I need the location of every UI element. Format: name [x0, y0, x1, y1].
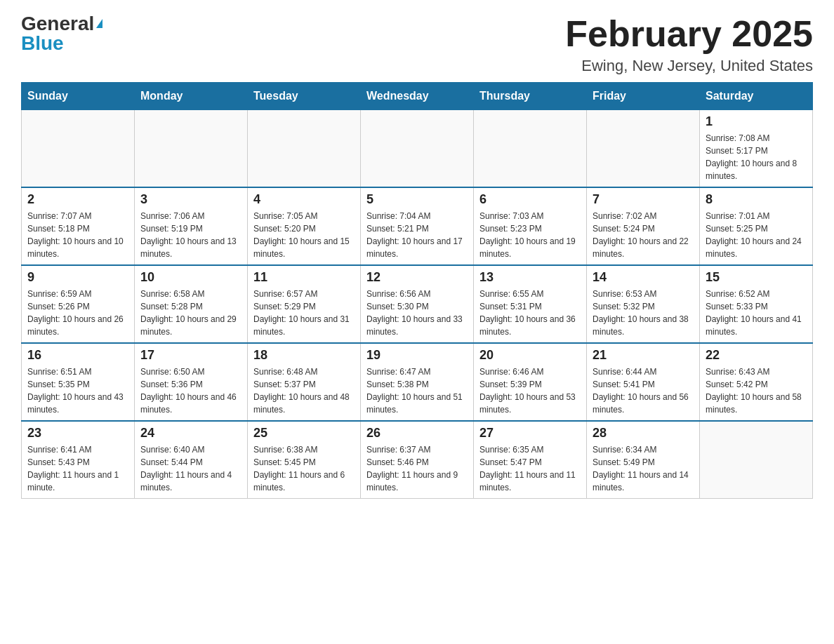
calendar-day-cell: [135, 110, 248, 188]
day-number: 11: [253, 270, 355, 285]
day-number: 4: [253, 192, 355, 207]
calendar-day-cell: 3Sunrise: 7:06 AM Sunset: 5:19 PM Daylig…: [135, 187, 248, 265]
calendar-day-header: Saturday: [700, 83, 813, 110]
calendar-day-cell: 2Sunrise: 7:07 AM Sunset: 5:18 PM Daylig…: [22, 187, 135, 265]
day-number: 27: [479, 426, 581, 441]
day-info: Sunrise: 6:51 AM Sunset: 5:35 PM Dayligh…: [27, 365, 128, 416]
day-info: Sunrise: 6:41 AM Sunset: 5:43 PM Dayligh…: [27, 443, 128, 494]
calendar-week-row: 9Sunrise: 6:59 AM Sunset: 5:26 PM Daylig…: [22, 265, 813, 343]
calendar-day-cell: [700, 421, 813, 499]
day-number: 13: [479, 270, 581, 285]
day-number: 7: [593, 192, 694, 207]
day-info: Sunrise: 7:02 AM Sunset: 5:24 PM Dayligh…: [593, 210, 694, 260]
day-info: Sunrise: 6:43 AM Sunset: 5:42 PM Dayligh…: [706, 365, 807, 416]
day-number: 26: [366, 426, 468, 441]
day-number: 19: [366, 348, 468, 363]
day-info: Sunrise: 6:55 AM Sunset: 5:31 PM Dayligh…: [479, 288, 581, 338]
calendar-day-cell: 19Sunrise: 6:47 AM Sunset: 5:38 PM Dayli…: [361, 343, 474, 421]
day-info: Sunrise: 7:07 AM Sunset: 5:18 PM Dayligh…: [27, 210, 128, 260]
logo: General Blue: [21, 14, 102, 53]
calendar-week-row: 1Sunrise: 7:08 AM Sunset: 5:17 PM Daylig…: [22, 110, 813, 188]
day-info: Sunrise: 6:34 AM Sunset: 5:49 PM Dayligh…: [593, 443, 694, 494]
calendar-day-cell: 20Sunrise: 6:46 AM Sunset: 5:39 PM Dayli…: [474, 343, 587, 421]
calendar-day-header: Tuesday: [248, 83, 361, 110]
location-subtitle: Ewing, New Jersey, United States: [565, 57, 813, 75]
calendar-week-row: 16Sunrise: 6:51 AM Sunset: 5:35 PM Dayli…: [22, 343, 813, 421]
page-header: General Blue February 2025 Ewing, New Je…: [21, 14, 813, 75]
day-number: 17: [140, 348, 241, 363]
logo-general-text: General: [21, 14, 94, 34]
calendar-day-cell: 26Sunrise: 6:37 AM Sunset: 5:46 PM Dayli…: [361, 421, 474, 499]
day-info: Sunrise: 6:37 AM Sunset: 5:46 PM Dayligh…: [366, 443, 468, 494]
calendar-week-row: 2Sunrise: 7:07 AM Sunset: 5:18 PM Daylig…: [22, 187, 813, 265]
day-info: Sunrise: 6:50 AM Sunset: 5:36 PM Dayligh…: [140, 365, 241, 416]
day-number: 8: [706, 192, 807, 207]
day-number: 18: [253, 348, 355, 363]
calendar-day-cell: 14Sunrise: 6:53 AM Sunset: 5:32 PM Dayli…: [587, 265, 700, 343]
calendar-day-cell: 22Sunrise: 6:43 AM Sunset: 5:42 PM Dayli…: [700, 343, 813, 421]
calendar-table: SundayMondayTuesdayWednesdayThursdayFrid…: [21, 82, 813, 499]
day-number: 12: [366, 270, 468, 285]
day-number: 14: [593, 270, 694, 285]
day-info: Sunrise: 7:06 AM Sunset: 5:19 PM Dayligh…: [140, 210, 241, 260]
calendar-day-cell: 4Sunrise: 7:05 AM Sunset: 5:20 PM Daylig…: [248, 187, 361, 265]
day-number: 21: [593, 348, 694, 363]
day-info: Sunrise: 7:01 AM Sunset: 5:25 PM Dayligh…: [706, 210, 807, 260]
day-info: Sunrise: 7:04 AM Sunset: 5:21 PM Dayligh…: [366, 210, 468, 260]
calendar-day-header: Monday: [135, 83, 248, 110]
calendar-day-cell: 15Sunrise: 6:52 AM Sunset: 5:33 PM Dayli…: [700, 265, 813, 343]
day-info: Sunrise: 6:48 AM Sunset: 5:37 PM Dayligh…: [253, 365, 355, 416]
day-number: 15: [706, 270, 807, 285]
calendar-day-cell: 10Sunrise: 6:58 AM Sunset: 5:28 PM Dayli…: [135, 265, 248, 343]
day-info: Sunrise: 6:57 AM Sunset: 5:29 PM Dayligh…: [253, 288, 355, 338]
day-info: Sunrise: 6:56 AM Sunset: 5:30 PM Dayligh…: [366, 288, 468, 338]
day-number: 16: [27, 348, 128, 363]
calendar-day-cell: 12Sunrise: 6:56 AM Sunset: 5:30 PM Dayli…: [361, 265, 474, 343]
calendar-day-cell: 25Sunrise: 6:38 AM Sunset: 5:45 PM Dayli…: [248, 421, 361, 499]
logo-blue-text: Blue: [21, 34, 64, 53]
day-info: Sunrise: 7:08 AM Sunset: 5:17 PM Dayligh…: [706, 132, 807, 182]
day-number: 5: [366, 192, 468, 207]
calendar-day-cell: 8Sunrise: 7:01 AM Sunset: 5:25 PM Daylig…: [700, 187, 813, 265]
calendar-day-header: Friday: [587, 83, 700, 110]
calendar-day-cell: 28Sunrise: 6:34 AM Sunset: 5:49 PM Dayli…: [587, 421, 700, 499]
day-info: Sunrise: 6:58 AM Sunset: 5:28 PM Dayligh…: [140, 288, 241, 338]
month-year-title: February 2025: [565, 14, 813, 54]
day-number: 22: [706, 348, 807, 363]
calendar-week-row: 23Sunrise: 6:41 AM Sunset: 5:43 PM Dayli…: [22, 421, 813, 499]
day-info: Sunrise: 7:03 AM Sunset: 5:23 PM Dayligh…: [479, 210, 581, 260]
day-number: 28: [593, 426, 694, 441]
day-number: 25: [253, 426, 355, 441]
day-info: Sunrise: 6:53 AM Sunset: 5:32 PM Dayligh…: [593, 288, 694, 338]
calendar-day-cell: [587, 110, 700, 188]
calendar-day-cell: 17Sunrise: 6:50 AM Sunset: 5:36 PM Dayli…: [135, 343, 248, 421]
calendar-day-cell: 16Sunrise: 6:51 AM Sunset: 5:35 PM Dayli…: [22, 343, 135, 421]
day-info: Sunrise: 6:59 AM Sunset: 5:26 PM Dayligh…: [27, 288, 128, 338]
calendar-day-cell: [474, 110, 587, 188]
calendar-day-cell: [248, 110, 361, 188]
day-info: Sunrise: 7:05 AM Sunset: 5:20 PM Dayligh…: [253, 210, 355, 260]
title-block: February 2025 Ewing, New Jersey, United …: [565, 14, 813, 75]
day-info: Sunrise: 6:38 AM Sunset: 5:45 PM Dayligh…: [253, 443, 355, 494]
day-number: 10: [140, 270, 241, 285]
day-info: Sunrise: 6:44 AM Sunset: 5:41 PM Dayligh…: [593, 365, 694, 416]
calendar-day-header: Wednesday: [361, 83, 474, 110]
calendar-header-row: SundayMondayTuesdayWednesdayThursdayFrid…: [22, 83, 813, 110]
day-info: Sunrise: 6:52 AM Sunset: 5:33 PM Dayligh…: [706, 288, 807, 338]
day-number: 24: [140, 426, 241, 441]
calendar-day-cell: 18Sunrise: 6:48 AM Sunset: 5:37 PM Dayli…: [248, 343, 361, 421]
day-number: 6: [479, 192, 581, 207]
calendar-day-cell: 21Sunrise: 6:44 AM Sunset: 5:41 PM Dayli…: [587, 343, 700, 421]
calendar-day-cell: [361, 110, 474, 188]
day-info: Sunrise: 6:47 AM Sunset: 5:38 PM Dayligh…: [366, 365, 468, 416]
day-info: Sunrise: 6:35 AM Sunset: 5:47 PM Dayligh…: [479, 443, 581, 494]
calendar-day-cell: 6Sunrise: 7:03 AM Sunset: 5:23 PM Daylig…: [474, 187, 587, 265]
calendar-day-cell: [22, 110, 135, 188]
calendar-day-header: Sunday: [22, 83, 135, 110]
calendar-day-header: Thursday: [474, 83, 587, 110]
day-number: 20: [479, 348, 581, 363]
calendar-day-cell: 1Sunrise: 7:08 AM Sunset: 5:17 PM Daylig…: [700, 110, 813, 188]
calendar-day-cell: 27Sunrise: 6:35 AM Sunset: 5:47 PM Dayli…: [474, 421, 587, 499]
calendar-day-cell: 9Sunrise: 6:59 AM Sunset: 5:26 PM Daylig…: [22, 265, 135, 343]
day-number: 1: [706, 114, 807, 129]
